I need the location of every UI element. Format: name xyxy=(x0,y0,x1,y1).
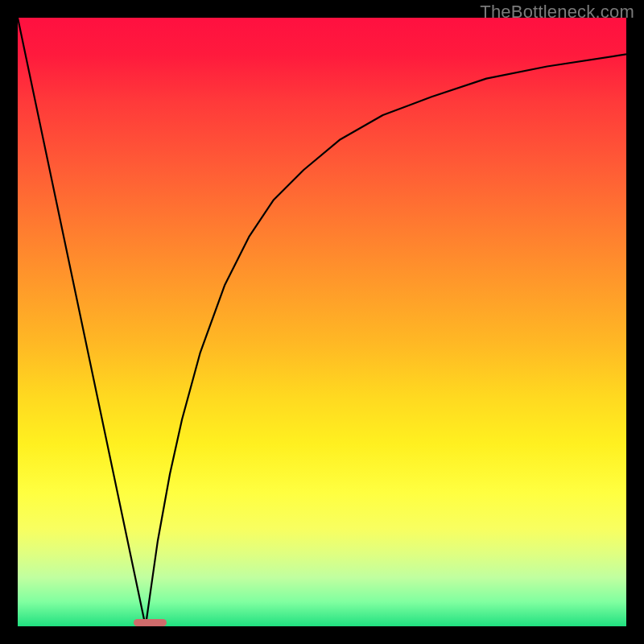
plot-area xyxy=(18,18,626,626)
curve-layer xyxy=(18,18,626,626)
curve-path xyxy=(18,18,626,626)
bottom-marker xyxy=(134,619,167,626)
chart-frame: TheBottleneck.com xyxy=(0,0,644,644)
